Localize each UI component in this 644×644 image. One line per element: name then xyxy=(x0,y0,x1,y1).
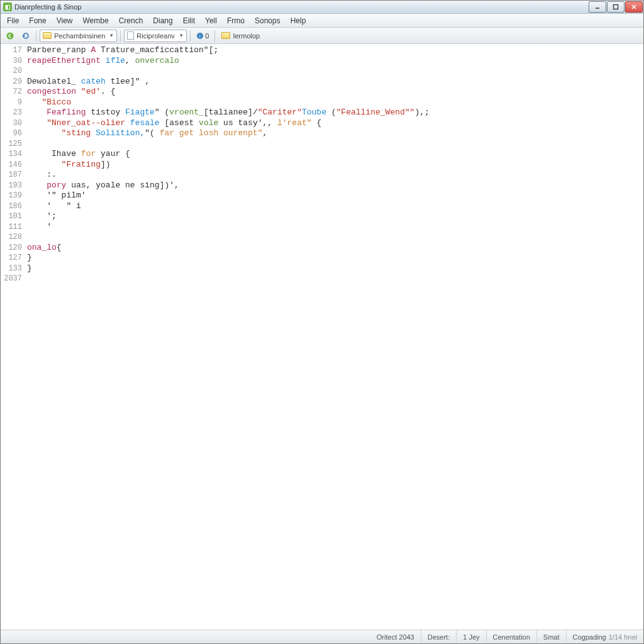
menu-view[interactable]: View xyxy=(52,14,78,27)
code-token: "sting xyxy=(62,128,96,139)
line-number: 30 xyxy=(1,56,22,67)
code-line[interactable] xyxy=(27,232,643,243)
open-label: Iermolop xyxy=(233,32,260,40)
code-token: vroent_ xyxy=(169,108,204,118)
code-line[interactable]: "Bicco xyxy=(27,97,643,108)
code-line[interactable]: Ihave for yaur { xyxy=(27,149,643,160)
code-line[interactable]: ' xyxy=(27,222,643,233)
status-centation[interactable]: Cenentation xyxy=(486,630,536,643)
code-editor[interactable]: 1730202972923309612513414618719313918610… xyxy=(1,44,643,630)
code-token xyxy=(125,118,130,129)
menu-diang[interactable]: Diang xyxy=(148,14,177,27)
info-button[interactable]: i 0 xyxy=(194,30,211,42)
status-left: Oritect 2043 xyxy=(370,630,421,643)
menu-crench[interactable]: Crench xyxy=(114,14,148,27)
line-number: 29 xyxy=(1,77,22,87)
status-cogpading[interactable]: Cogpading 1/14 hnel xyxy=(566,630,643,643)
menu-fone[interactable]: Fone xyxy=(24,14,51,27)
code-token: "Frating xyxy=(62,160,101,170)
code-token: , xyxy=(262,128,267,139)
line-gutter: 1730202972923309612513414618719313918610… xyxy=(1,44,26,630)
menu-frmo[interactable]: Frmo xyxy=(222,14,250,27)
line-number: 96 xyxy=(1,128,22,139)
maximize-icon xyxy=(613,4,619,10)
project-combo[interactable]: Pechambinsinen ▼ xyxy=(40,30,117,42)
line-number: 23 xyxy=(1,108,22,118)
menu-file[interactable]: File xyxy=(2,14,24,27)
info-badge: 0 xyxy=(205,32,209,40)
toolbar-separator-4 xyxy=(214,30,215,42)
code-line[interactable]: "Frating]) xyxy=(27,160,643,170)
code-line[interactable]: "sting Soliition,"( far get losh ourenpt… xyxy=(27,128,643,139)
code-line[interactable] xyxy=(27,274,643,284)
window-controls xyxy=(589,1,643,13)
toolbar: Pechambinsinen ▼ Riciproleanv ▼ i 0 Ierm… xyxy=(1,28,643,44)
code-line[interactable]: "Nner_oat--olier fesale [asest vole us t… xyxy=(27,118,643,129)
svg-rect-1 xyxy=(614,4,618,9)
code-token xyxy=(27,160,62,170)
back-button[interactable] xyxy=(3,30,17,42)
code-line[interactable] xyxy=(27,139,643,150)
code-line[interactable]: '; xyxy=(27,211,643,222)
info-icon: i xyxy=(196,32,204,40)
status-smat[interactable]: Smat xyxy=(536,630,566,643)
line-number: 134 xyxy=(1,149,22,160)
project-combo-label: Pechambinsinen xyxy=(54,32,105,40)
code-token: ),; xyxy=(414,108,429,118)
code-line[interactable] xyxy=(27,66,643,77)
status-desert-label: Desert: xyxy=(428,633,450,641)
code-token: ifle xyxy=(106,56,125,67)
code-token: "ed' xyxy=(81,87,101,97)
code-token: Parbere_ranp xyxy=(27,45,91,56)
code-token: "( xyxy=(145,128,159,139)
menu-eilit[interactable]: Eilit xyxy=(178,14,200,27)
code-line[interactable]: Parbere_ranp A Trature_macficcattion"[; xyxy=(27,45,643,56)
toolbar-separator xyxy=(36,30,36,42)
svg-text:i: i xyxy=(199,33,201,39)
chevron-down-icon-2: ▼ xyxy=(179,33,184,38)
code-token: '" pilm' xyxy=(27,191,86,201)
line-number: 2037 xyxy=(1,274,22,284)
code-token: l'reat" xyxy=(277,118,312,129)
code-line[interactable]: Dewolatel_ cateh tlee]" , xyxy=(27,77,643,87)
code-token: Trature_macficcattion"[; xyxy=(96,45,218,56)
line-number: 9 xyxy=(1,97,22,108)
minimize-button[interactable] xyxy=(589,1,606,13)
code-token: "Cariter" xyxy=(258,108,302,118)
open-button[interactable]: Iermolop xyxy=(218,30,263,42)
code-line[interactable]: ' " i xyxy=(27,201,643,212)
folder-icon xyxy=(43,32,52,39)
code-token: onvercalo xyxy=(135,56,179,67)
code-line[interactable]: pory uas, yoale ne sing])', xyxy=(27,180,643,191)
menu-yell[interactable]: Yell xyxy=(200,14,222,27)
status-ljey[interactable]: 1 Jey xyxy=(456,630,486,643)
code-line[interactable]: Feafling tistoy Fiagte" (vroent_[taliane… xyxy=(27,108,643,118)
code-token: Toube xyxy=(302,108,326,118)
code-token: ' " i xyxy=(27,201,81,212)
code-token: ' xyxy=(27,222,52,233)
code-area[interactable]: Parbere_ranp A Trature_macficcattion"[;r… xyxy=(26,44,643,630)
code-line[interactable]: } xyxy=(27,253,643,264)
code-token: pory xyxy=(47,180,66,191)
code-token: A xyxy=(91,45,96,56)
line-number: 72 xyxy=(1,87,22,97)
code-line[interactable]: } xyxy=(27,264,643,274)
code-line[interactable]: :. xyxy=(27,170,643,180)
code-token xyxy=(27,118,47,129)
code-token: uas, yoale ne sing])', xyxy=(66,180,179,191)
code-line[interactable]: ona_lo{ xyxy=(27,243,643,253)
refresh-icon xyxy=(21,31,30,40)
menu-wembe[interactable]: Wembe xyxy=(78,14,114,27)
code-token: [asest xyxy=(160,118,199,129)
refresh-button[interactable] xyxy=(19,30,33,42)
menu-sonops[interactable]: Sonops xyxy=(250,14,286,27)
code-line[interactable]: congestion "ed'. { xyxy=(27,87,643,97)
maximize-button[interactable] xyxy=(607,1,625,13)
folder-icon-2 xyxy=(221,32,230,39)
close-button[interactable] xyxy=(625,1,643,13)
code-line[interactable]: reapeEthertignt ifle, onvercalo xyxy=(27,56,643,67)
menu-help[interactable]: Help xyxy=(286,14,311,27)
code-line[interactable]: '" pilm' xyxy=(27,191,643,201)
config-combo[interactable]: Riciproleanv ▼ xyxy=(124,30,187,42)
line-number: 17 xyxy=(1,45,22,56)
